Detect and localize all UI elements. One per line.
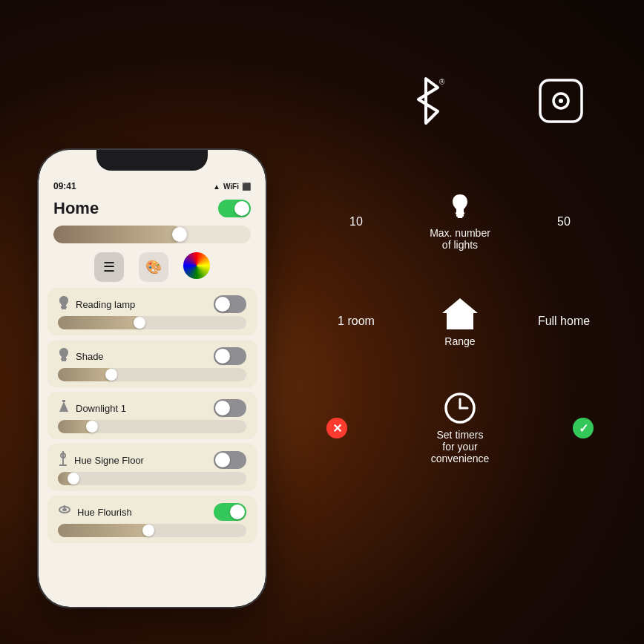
- phone-mockup: 09:41 ▲ WiFi ⬛ Home ☰ 🎨: [37, 148, 267, 608]
- svg-rect-14: [64, 505, 65, 508]
- bluetooth-icon-wrap: ®: [404, 74, 448, 128]
- check-circle-icon: ✓: [573, 418, 594, 438]
- phone-screen: 09:41 ▲ WiFi ⬛ Home ☰ 🎨: [39, 150, 266, 607]
- svg-rect-11: [59, 464, 67, 466]
- toggle-knob: [215, 453, 230, 467]
- status-icons: ▲ WiFi ⬛: [213, 183, 251, 191]
- bluetooth-icon: ®: [404, 74, 448, 128]
- svg-rect-9: [62, 400, 65, 402]
- tab-list[interactable]: ☰: [94, 252, 124, 282]
- home-feature-icon: [441, 295, 479, 331]
- light-item-header: Reading lamp: [58, 295, 246, 313]
- svg-point-3: [559, 99, 563, 103]
- svg-rect-6: [61, 358, 67, 360]
- feature-label-timers: Set timersfor yourconvenience: [431, 429, 490, 464]
- toggle-knob: [215, 349, 230, 364]
- light-item: Hue Signe Floor: [47, 444, 257, 491]
- bridge-icon-wrap: [537, 77, 585, 125]
- feature-value-left: 1 room: [326, 315, 386, 328]
- svg-rect-5: [62, 308, 66, 309]
- bulb-icon: [58, 296, 70, 312]
- tab-scenes[interactable]: 🎨: [139, 252, 168, 282]
- slider-handle: [86, 421, 98, 433]
- svg-rect-16: [456, 212, 464, 214]
- light-item-left: Hue Signe Floor: [58, 451, 144, 469]
- light-slider[interactable]: [58, 524, 246, 537]
- feature-value-right: Full home: [534, 315, 594, 328]
- wifi-icon: WiFi: [223, 183, 239, 191]
- light-item-left: Downlight 1: [58, 400, 126, 416]
- feature-label-range: Range: [444, 335, 475, 347]
- slider-fill: [58, 524, 152, 537]
- light-item-header: Shade: [58, 347, 246, 365]
- tab-color[interactable]: [183, 252, 210, 279]
- slider-handle: [142, 525, 154, 536]
- light-item-header: Hue Signe Floor: [58, 451, 246, 469]
- feature-value-left: 10: [326, 215, 386, 229]
- toggle-knob: [215, 401, 230, 415]
- light-item-left: Shade: [58, 348, 104, 364]
- downlight-icon: [58, 400, 70, 416]
- light-item-header: Hue Flourish: [58, 503, 246, 521]
- light-slider[interactable]: [58, 472, 246, 485]
- light-toggle[interactable]: [214, 451, 246, 469]
- app-header: Home: [39, 194, 266, 226]
- brightness-fill: [53, 226, 182, 243]
- feature-row-range: 1 room Range Full home: [312, 295, 608, 347]
- feature-icon-lights: Max. numberof lights: [423, 193, 497, 251]
- lights-list: Reading lamp: [39, 288, 266, 607]
- light-name: Hue Signe Floor: [74, 455, 144, 466]
- app-title: Home: [53, 199, 99, 218]
- feature-row-lights: 10 Max. numberof lights 50: [312, 193, 608, 251]
- light-name: Downlight 1: [76, 403, 126, 414]
- light-toggle[interactable]: [214, 503, 246, 521]
- bulb-icon: [58, 348, 70, 364]
- light-name: Shade: [76, 351, 104, 362]
- feature-value-right: 50: [534, 215, 594, 229]
- light-name: Hue Flourish: [77, 507, 132, 518]
- top-icons: ®: [404, 74, 585, 128]
- bulb-feature-icon: [450, 193, 470, 223]
- features-section: 10 Max. numberof lights 50 1 room Range …: [312, 193, 608, 509]
- light-item: Hue Flourish: [47, 496, 257, 543]
- battery-icon: ⬛: [242, 183, 251, 191]
- light-slider[interactable]: [58, 316, 246, 329]
- slider-handle: [105, 369, 117, 381]
- floor-lamp-icon: [58, 451, 68, 469]
- tab-bar: ☰ 🎨: [53, 252, 251, 282]
- light-slider[interactable]: [58, 420, 246, 433]
- feature-icon-timers: Set timersfor yourconvenience: [423, 392, 497, 464]
- home-toggle[interactable]: [218, 200, 251, 217]
- phone-notch: [96, 150, 208, 171]
- light-item: Downlight 1: [47, 392, 257, 439]
- light-toggle[interactable]: [214, 347, 246, 365]
- slider-handle: [68, 473, 79, 484]
- toggle-knob: [234, 201, 249, 216]
- light-toggle[interactable]: [214, 295, 246, 313]
- light-name: Reading lamp: [76, 299, 135, 310]
- toggle-knob: [230, 505, 245, 519]
- x-circle-icon: ✕: [326, 418, 347, 438]
- feature-icon-range: Range: [423, 295, 497, 347]
- clock-feature-icon: [444, 392, 476, 424]
- signal-icon: ▲: [213, 183, 220, 191]
- svg-rect-7: [62, 360, 66, 361]
- status-time: 09:41: [53, 181, 76, 191]
- light-item: Reading lamp: [47, 288, 257, 335]
- light-item-header: Downlight 1: [58, 399, 246, 417]
- slider-fill: [58, 316, 142, 329]
- toggle-knob: [215, 297, 230, 312]
- light-slider[interactable]: [58, 368, 246, 381]
- light-item-left: Reading lamp: [58, 296, 135, 312]
- feature-label-lights: Max. numberof lights: [430, 227, 490, 251]
- slider-handle: [134, 317, 145, 329]
- light-item-left: Hue Flourish: [58, 505, 132, 519]
- svg-rect-17: [456, 214, 464, 217]
- svg-marker-8: [59, 401, 68, 412]
- svg-marker-19: [442, 298, 478, 329]
- brightness-slider[interactable]: [53, 226, 251, 243]
- light-toggle[interactable]: [214, 399, 246, 417]
- svg-text:®: ®: [439, 78, 445, 86]
- svg-rect-18: [458, 217, 463, 218]
- status-bar: 09:41 ▲ WiFi ⬛: [39, 172, 266, 194]
